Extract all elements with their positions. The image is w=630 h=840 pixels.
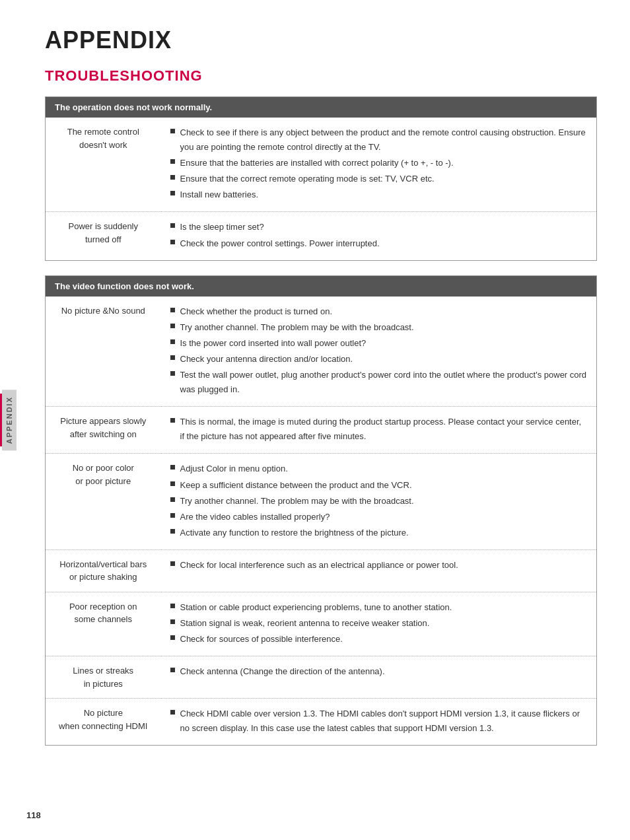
bullet-text: Are the video cables installed properly? — [180, 510, 588, 524]
issue-solutions: Check to see if there is any object betw… — [161, 118, 597, 212]
bullet-item: Try another channel. The problem may be … — [170, 320, 588, 335]
bullet-item: Check antenna (Change the direction of t… — [170, 664, 588, 679]
bullet-icon — [170, 129, 175, 133]
bullet-item: Ensure that the correct remote operating… — [170, 172, 588, 186]
bullet-icon — [170, 604, 175, 608]
bullet-icon — [170, 371, 175, 376]
bullet-icon — [170, 619, 175, 624]
bullet-item: Keep a sufficient distance between the p… — [170, 478, 588, 493]
bullet-icon — [170, 223, 175, 228]
bullet-text: Check antenna (Change the direction of t… — [180, 664, 588, 679]
bullet-text: Try another channel. The problem may be … — [180, 320, 588, 335]
operation-table: The operation does not work normally. Th… — [45, 96, 597, 261]
video-table-header: The video function does not work. — [46, 275, 597, 297]
issue-label: Power is suddenlyturned off — [46, 212, 161, 260]
bullet-icon — [170, 339, 175, 344]
table-row: The remote controldoesn't workCheck to s… — [46, 118, 597, 212]
issue-label: No or poor coloror poor picture — [46, 454, 161, 549]
bullet-text: Check for local interference such as an … — [180, 558, 588, 573]
bullet-icon — [170, 308, 175, 312]
table-row: No picture &No soundCheck whether the pr… — [46, 297, 597, 407]
bullet-item: Are the video cables installed properly? — [170, 510, 588, 524]
bullet-icon — [170, 529, 175, 534]
bullet-icon — [170, 324, 175, 328]
table-row: Power is suddenlyturned offIs the sleep … — [46, 212, 597, 260]
issue-label: Poor reception onsome channels — [46, 592, 161, 656]
bullet-icon — [170, 465, 175, 470]
video-table: The video function does not work. No pic… — [45, 275, 597, 746]
bullet-text: Keep a sufficient distance between the p… — [180, 478, 588, 493]
bullet-icon — [170, 240, 175, 244]
bullet-item: Is the power cord inserted into wall pow… — [170, 336, 588, 351]
issue-solutions: Check HDMI cable over version 1.3. The H… — [161, 699, 597, 746]
bullet-item: Check your antenna direction and/or loca… — [170, 352, 588, 367]
bullet-item: Station signal is weak, reorient antenna… — [170, 616, 588, 631]
bullet-text: Station or cable product experiencing pr… — [180, 600, 588, 615]
bullet-item: Try another channel. The problem may be … — [170, 494, 588, 508]
bullet-icon — [170, 513, 175, 518]
issue-label: No picture &No sound — [46, 297, 161, 407]
bullet-item: Check for local interference such as an … — [170, 558, 588, 573]
table-row: Horizontal/vertical barsor picture shaki… — [46, 549, 597, 592]
issue-solutions: This is normal, the image is muted durin… — [161, 407, 597, 454]
issue-label: Lines or streaksin pictures — [46, 656, 161, 699]
bullet-text: Check to see if there is any object betw… — [180, 125, 588, 155]
issue-label: No picturewhen connecting HDMI — [46, 699, 161, 746]
bullet-text: Activate any function to restore the bri… — [180, 526, 588, 540]
bullet-icon — [170, 710, 175, 715]
bullet-icon — [170, 418, 175, 423]
bullet-text: Try another channel. The problem may be … — [180, 494, 588, 508]
bullet-text: Station signal is weak, reorient antenna… — [180, 616, 588, 631]
sidebar-tab: APPENDIX — [0, 0, 18, 840]
table-row: Picture appears slowlyafter switching on… — [46, 407, 597, 454]
bullet-text: Ensure that the batteries are installed … — [180, 156, 588, 170]
table-row: No or poor coloror poor pictureAdjust Co… — [46, 454, 597, 549]
operation-table-header: The operation does not work normally. — [46, 97, 597, 118]
issue-solutions: Check whether the product is turned on.T… — [161, 297, 597, 407]
bullet-text: Check whether the product is turned on. — [180, 304, 588, 319]
issue-solutions: Is the sleep timer set?Check the power c… — [161, 212, 597, 260]
bullet-item: Check HDMI cable over version 1.3. The H… — [170, 707, 588, 736]
sidebar-label: APPENDIX — [2, 390, 17, 450]
bullet-item: Check to see if there is any object betw… — [170, 125, 588, 155]
main-content: APPENDIX TROUBLESHOOTING The operation d… — [18, 0, 630, 840]
bullet-item: Check whether the product is turned on. — [170, 304, 588, 319]
issue-label: Horizontal/vertical barsor picture shaki… — [46, 549, 161, 592]
issue-label: The remote controldoesn't work — [46, 118, 161, 212]
page-number: 118 — [26, 810, 41, 820]
section-title: TROUBLESHOOTING — [45, 67, 597, 85]
bullet-item: Ensure that the batteries are installed … — [170, 156, 588, 170]
bullet-icon — [170, 175, 175, 180]
bullet-icon — [170, 355, 175, 360]
bullet-text: Check for sources of possible interferen… — [180, 632, 588, 647]
issue-solutions: Station or cable product experiencing pr… — [161, 592, 597, 656]
bullet-icon — [170, 191, 175, 195]
bullet-item: Is the sleep timer set? — [170, 220, 588, 234]
issue-solutions: Check for local interference such as an … — [161, 549, 597, 592]
bullet-item: Test the wall power outlet, plug another… — [170, 368, 588, 397]
bullet-text: Is the power cord inserted into wall pow… — [180, 336, 588, 351]
bullet-icon — [170, 481, 175, 486]
table-row: Poor reception onsome channelsStation or… — [46, 592, 597, 656]
bullet-text: Is the sleep timer set? — [180, 220, 588, 234]
bullet-text: Ensure that the correct remote operating… — [180, 172, 588, 186]
bullet-text: This is normal, the image is muted durin… — [180, 415, 588, 444]
issue-solutions: Check antenna (Change the direction of t… — [161, 656, 597, 699]
bullet-item: Install new batteries. — [170, 188, 588, 202]
bullet-text: Install new batteries. — [180, 188, 588, 202]
page-title: APPENDIX — [45, 26, 597, 54]
bullet-text: Check the power control settings. Power … — [180, 236, 588, 251]
bullet-text: Check your antenna direction and/or loca… — [180, 352, 588, 367]
bullet-item: Adjust Color in menu option. — [170, 462, 588, 476]
bullet-icon — [170, 635, 175, 640]
issue-label: Picture appears slowlyafter switching on — [46, 407, 161, 454]
table-row: No picturewhen connecting HDMICheck HDMI… — [46, 699, 597, 746]
bullet-item: Check the power control settings. Power … — [170, 236, 588, 251]
issue-solutions: Adjust Color in menu option.Keep a suffi… — [161, 454, 597, 549]
bullet-icon — [170, 561, 175, 566]
bullet-text: Test the wall power outlet, plug another… — [180, 368, 588, 397]
bullet-item: Activate any function to restore the bri… — [170, 526, 588, 540]
bullet-item: This is normal, the image is muted durin… — [170, 415, 588, 444]
bullet-icon — [170, 159, 175, 164]
bullet-icon — [170, 668, 175, 672]
